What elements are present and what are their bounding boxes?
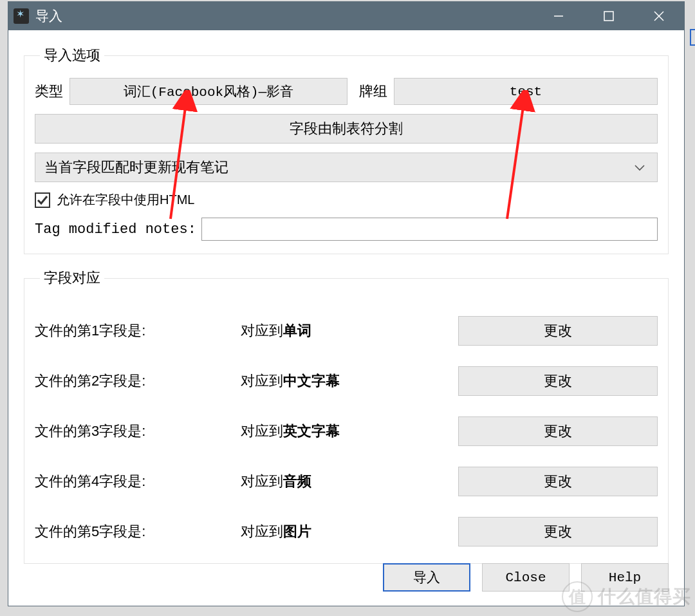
mapping-row-5: 文件的第5字段是: 对应到图片 更改 bbox=[35, 507, 658, 557]
separator-button[interactable]: 字段由制表符分割 bbox=[35, 114, 658, 144]
window-controls bbox=[533, 2, 684, 30]
app-icon bbox=[14, 8, 29, 24]
background-decoration bbox=[690, 29, 695, 46]
chevron-down-icon bbox=[634, 159, 645, 176]
mapping-source-5: 文件的第5字段是: bbox=[35, 522, 241, 541]
type-deck-row: 类型 词汇(Facebook风格)—影音 牌组 test bbox=[35, 78, 658, 105]
change-button-5[interactable]: 更改 bbox=[458, 517, 658, 546]
tag-modified-input[interactable] bbox=[201, 218, 658, 241]
change-button-2[interactable]: 更改 bbox=[458, 366, 658, 396]
mapping-target-5: 对应到图片 bbox=[241, 522, 458, 541]
tag-modified-label: Tag modified notes: bbox=[35, 221, 196, 238]
mapping-target-2: 对应到中文字幕 bbox=[241, 371, 458, 391]
body-area: 导入选项 类型 词汇(Facebook风格)—影音 牌组 test 字段由制表符… bbox=[8, 30, 684, 606]
titlebar[interactable]: 导入 bbox=[8, 2, 684, 30]
mapping-target-4: 对应到音频 bbox=[241, 472, 458, 491]
mapping-row-1: 文件的第1字段是: 对应到单词 更改 bbox=[35, 306, 658, 356]
deck-select-button[interactable]: test bbox=[394, 78, 658, 105]
import-options-group: 导入选项 类型 词汇(Facebook风格)—影音 牌组 test 字段由制表符… bbox=[24, 46, 669, 254]
import-button[interactable]: 导入 bbox=[383, 563, 470, 592]
allow-html-label: 允许在字段中使用HTML bbox=[57, 191, 194, 209]
mapping-source-3: 文件的第3字段是: bbox=[35, 422, 241, 441]
change-button-4[interactable]: 更改 bbox=[458, 467, 658, 496]
close-dialog-button[interactable]: Close bbox=[482, 563, 570, 592]
update-behavior-value: 当首字段匹配时更新现有笔记 bbox=[44, 158, 228, 177]
type-select-button[interactable]: 词汇(Facebook风格)—影音 bbox=[70, 78, 348, 105]
mapping-row-4: 文件的第4字段是: 对应到音频 更改 bbox=[35, 456, 658, 507]
mapping-target-3: 对应到英文字幕 bbox=[241, 422, 458, 441]
minimize-icon bbox=[553, 10, 564, 22]
check-icon bbox=[37, 194, 48, 206]
mapping-source-2: 文件的第2字段是: bbox=[35, 371, 241, 391]
deck-label: 牌组 bbox=[359, 82, 387, 101]
allow-html-checkbox[interactable] bbox=[35, 192, 50, 208]
window-title: 导入 bbox=[35, 7, 62, 25]
type-value: 词汇(Facebook风格)—影音 bbox=[124, 82, 294, 100]
separator-label: 字段由制表符分割 bbox=[290, 119, 403, 138]
mapping-row-2: 文件的第2字段是: 对应到中文字幕 更改 bbox=[35, 356, 658, 406]
change-button-3[interactable]: 更改 bbox=[458, 416, 658, 446]
tag-modified-row: Tag modified notes: bbox=[35, 218, 658, 241]
field-mapping-legend: 字段对应 bbox=[40, 268, 104, 288]
close-button[interactable] bbox=[634, 2, 684, 30]
mapping-row-3: 文件的第3字段是: 对应到英文字幕 更改 bbox=[35, 406, 658, 456]
maximize-icon bbox=[604, 11, 614, 21]
minimize-button[interactable] bbox=[533, 2, 584, 30]
type-label: 类型 bbox=[35, 82, 63, 101]
dialog-button-row: 导入 Close Help bbox=[24, 563, 669, 592]
mapping-source-1: 文件的第1字段是: bbox=[35, 321, 241, 341]
deck-value: test bbox=[510, 84, 542, 99]
svg-rect-1 bbox=[604, 12, 613, 21]
import-options-legend: 导入选项 bbox=[40, 46, 104, 65]
help-button[interactable]: Help bbox=[581, 563, 669, 592]
mapping-source-4: 文件的第4字段是: bbox=[35, 472, 241, 491]
update-behavior-combo[interactable]: 当首字段匹配时更新现有笔记 bbox=[35, 153, 658, 182]
mapping-target-1: 对应到单词 bbox=[241, 321, 458, 341]
allow-html-row: 允许在字段中使用HTML bbox=[35, 191, 658, 209]
maximize-button[interactable] bbox=[584, 2, 634, 30]
close-icon bbox=[653, 10, 665, 22]
import-dialog: 导入 导入选项 类型 词汇(Facebook风格)—影音 牌组 bbox=[8, 1, 685, 606]
field-mapping-group: 字段对应 文件的第1字段是: 对应到单词 更改 文件的第2字段是: 对应到中文字… bbox=[24, 268, 669, 564]
change-button-1[interactable]: 更改 bbox=[458, 316, 658, 346]
